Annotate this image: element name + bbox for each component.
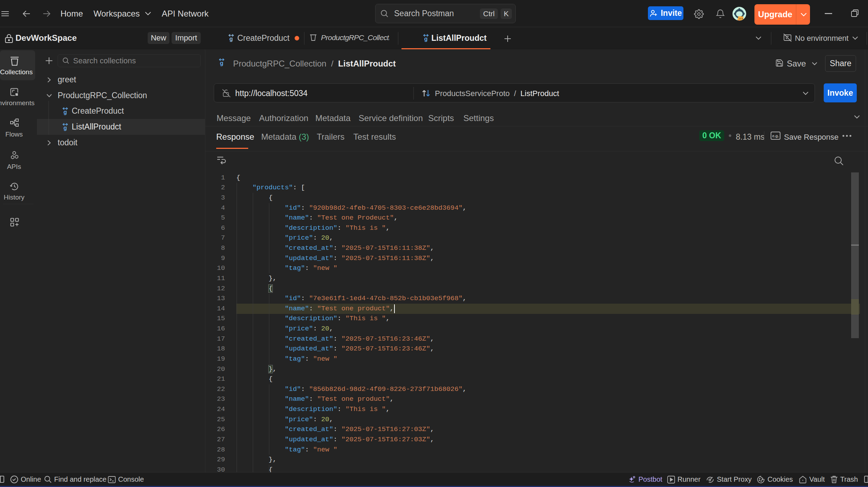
svg-text:g: g (64, 125, 67, 131)
svg-text:g: g (230, 36, 233, 42)
svg-text:g: g (220, 60, 224, 66)
svg-text:g: g (64, 109, 67, 115)
svg-text:e.g.: e.g. (772, 134, 779, 138)
svg-text:g: g (424, 36, 428, 42)
